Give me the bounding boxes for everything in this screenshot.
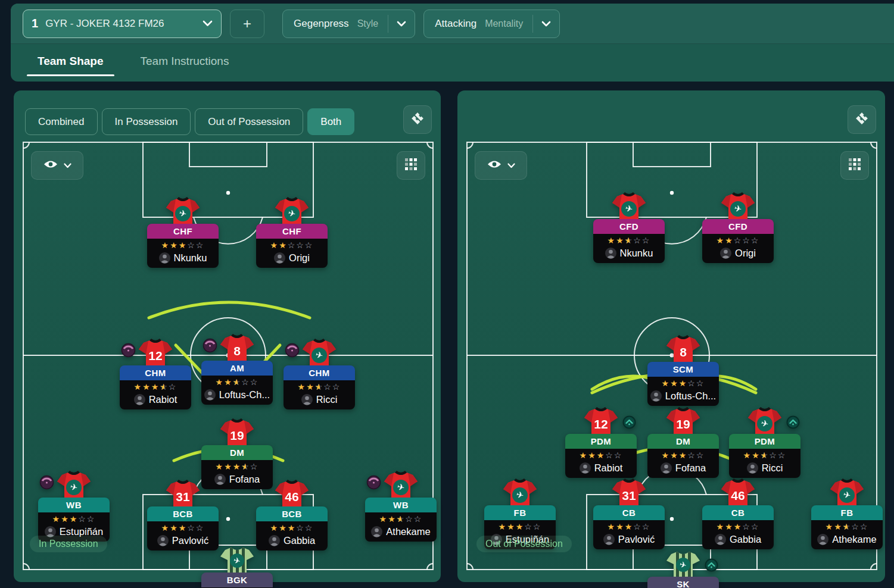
- player-card-origi[interactable]: ✈CHF ★★☆☆☆ Origi: [256, 224, 328, 268]
- star-full-icon: ★: [616, 522, 625, 532]
- avatar-icon: [817, 534, 828, 545]
- edit-shape-button[interactable]: [403, 105, 432, 134]
- player-card-maignan[interactable]: ✈ SK ★★★☆★☆ Maignan: [647, 577, 719, 588]
- player-card-athekame[interactable]: ✈FB ★★☆★☆☆ Athekame: [811, 505, 883, 549]
- avatar-icon: [274, 252, 285, 264]
- player-card-nkunku[interactable]: ✈CHF ★★★☆☆ Nkunku: [147, 224, 219, 268]
- star-full-icon: ★: [670, 379, 679, 389]
- avatar-icon: [605, 248, 616, 259]
- star-rating: ★★☆★☆☆: [284, 382, 355, 392]
- star-empty-icon: ☆: [305, 240, 314, 251]
- star-empty-icon: ☆: [332, 382, 341, 392]
- star-half-icon: ☆★: [241, 462, 250, 472]
- player-card-estupi-n[interactable]: ✈ WB ★★★☆☆ Estupiñán: [38, 498, 110, 542]
- player-name: Nkunku: [174, 252, 207, 264]
- star-full-icon: ★: [224, 377, 233, 387]
- star-full-icon: ★: [61, 514, 70, 524]
- player-name: Nkunku: [620, 248, 653, 259]
- star-full-icon: ★: [662, 451, 671, 461]
- star-full-icon: ★: [834, 522, 843, 532]
- player-card-pavlovi-[interactable]: 31BCB ★★★☆☆ Pavlović: [147, 506, 219, 551]
- player-card-body: ★★★☆☆ Rabiot: [565, 449, 637, 478]
- player-name: Loftus-Ch...: [219, 389, 270, 401]
- player-card-gabbia[interactable]: 46CB ★★★☆☆ Gabbia: [702, 505, 774, 549]
- player-card-rabiot[interactable]: 12 PDM ★★★☆☆ Rabiot: [565, 434, 637, 478]
- player-card-ricci[interactable]: ✈ PDM ★★☆★☆☆ Ricci: [729, 434, 800, 478]
- position-label: PDM: [729, 434, 800, 449]
- star-full-icon: ★: [161, 523, 170, 533]
- player-name: Pavlović: [172, 535, 208, 546]
- position-label: CB: [702, 505, 774, 520]
- tactic-selector[interactable]: 1 GYR - JOKER 4132 FM26: [23, 10, 222, 38]
- style-label: Style: [357, 18, 379, 29]
- avatar-icon: [301, 394, 313, 405]
- tab-team-instructions[interactable]: Team Instructions: [141, 50, 229, 76]
- jersey-number: 12: [594, 417, 608, 431]
- star-full-icon: ★: [499, 522, 507, 532]
- player-card-body: ★★★☆☆ Gabbia: [256, 521, 328, 551]
- star-rating: ★★★☆☆: [38, 514, 110, 524]
- position-label: FB: [484, 505, 556, 520]
- star-full-icon: ★: [279, 240, 288, 251]
- player-name: Ricci: [316, 394, 338, 405]
- player-card-body: ★★★☆☆ Fofana: [647, 449, 719, 478]
- star-half-icon: ☆★: [160, 382, 169, 392]
- grid-view-button[interactable]: [397, 151, 425, 180]
- star-full-icon: ★: [662, 379, 671, 389]
- jersey-number: 46: [731, 489, 745, 502]
- tab-team-shape[interactable]: Team Shape: [38, 50, 104, 76]
- jersey-number: 19: [676, 417, 690, 431]
- player-card-rabiot[interactable]: 12 CHM ★★★☆★☆ Rabiot: [120, 365, 191, 409]
- pitch-edit-icon: [855, 111, 869, 128]
- view-combined-button[interactable]: Combined: [25, 108, 98, 135]
- star-full-icon: ★: [52, 514, 61, 524]
- view-in-possession-button[interactable]: In Possession: [102, 108, 191, 135]
- mentality-dropdown[interactable]: Attacking Mentality: [423, 10, 560, 38]
- star-empty-icon: ☆: [241, 377, 250, 387]
- player-card-pavlovi-[interactable]: 31CB ★★★☆☆ Pavlović: [593, 505, 665, 549]
- player-card-ricci[interactable]: ✈ CHM ★★☆★☆☆ Ricci: [284, 365, 355, 409]
- star-empty-icon: ☆: [633, 522, 642, 532]
- avatar-icon: [134, 394, 145, 405]
- in-possession-panel: Combined In Possession Out of Possession…: [14, 90, 441, 582]
- player-card-maignan[interactable]: ✈BGK ★★★☆★☆ Maignan: [201, 573, 273, 588]
- visibility-dropdown[interactable]: [31, 151, 83, 180]
- phase-label: Out of Possession: [476, 536, 572, 552]
- view-mode-switcher: Combined In Possession Out of Possession…: [25, 108, 354, 135]
- avatar-icon: [747, 462, 758, 474]
- grid-icon: [848, 158, 861, 173]
- star-empty-icon: ☆: [187, 523, 196, 533]
- player-card-gabbia[interactable]: 46BCB ★★★☆☆ Gabbia: [256, 506, 328, 551]
- star-rating: ★★☆☆☆: [256, 240, 328, 251]
- player-name: Rabiot: [149, 394, 177, 405]
- jersey-number: 8: [233, 344, 241, 358]
- ball-icon: [39, 475, 54, 490]
- star-full-icon: ★: [142, 382, 151, 392]
- player-card-origi[interactable]: ✈CFD ★★☆☆☆ Origi: [702, 219, 774, 263]
- player-name: Gabbia: [730, 534, 761, 545]
- edit-shape-button[interactable]: [848, 105, 876, 134]
- star-full-icon: ★: [679, 451, 688, 461]
- player-card-nkunku[interactable]: ✈CFD ★★☆★☆☆ Nkunku: [593, 219, 665, 263]
- star-full-icon: ★: [279, 523, 288, 533]
- star-full-icon: ★: [608, 236, 616, 246]
- player-name: Pavlović: [618, 534, 655, 545]
- star-rating: ★★★☆★☆: [120, 382, 191, 392]
- player-card-fofana[interactable]: 19DM ★★★☆★☆ Fofana: [201, 445, 273, 489]
- grid-view-button[interactable]: [840, 151, 869, 180]
- view-out-of-possession-button[interactable]: Out of Possession: [195, 108, 303, 135]
- player-card-loftus-ch-[interactable]: 8 AM ★★☆★☆☆ Loftus-Ch...: [201, 361, 273, 405]
- star-empty-icon: ☆: [851, 522, 860, 532]
- view-both-button[interactable]: Both: [307, 108, 354, 135]
- player-card-athekame[interactable]: ✈ WB ★★☆★☆☆ Athekame: [365, 498, 437, 542]
- player-card-fofana[interactable]: 19DM ★★★☆☆ Fofana: [647, 434, 719, 478]
- position-label: CHM: [120, 365, 191, 380]
- star-half-icon: ☆★: [397, 514, 406, 524]
- player-card-loftus-ch-[interactable]: 8SCM ★★★☆☆ Loftus-Ch...: [647, 362, 719, 406]
- visibility-dropdown[interactable]: [475, 151, 527, 180]
- style-dropdown[interactable]: Gegenpress Style: [282, 10, 415, 38]
- avatar-icon: [214, 474, 226, 485]
- avatar-icon: [603, 534, 615, 545]
- star-empty-icon: ☆: [78, 514, 87, 524]
- add-tactic-button[interactable]: +: [230, 10, 264, 38]
